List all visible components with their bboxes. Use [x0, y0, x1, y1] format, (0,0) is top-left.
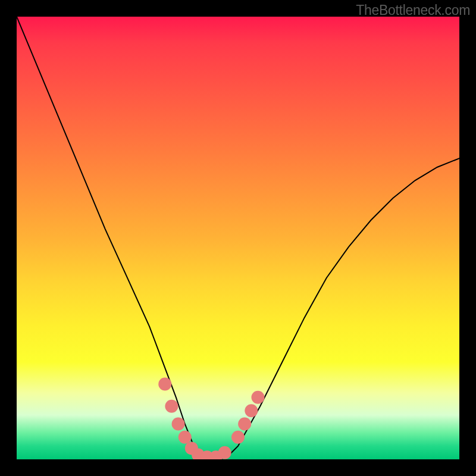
bottleneck-curve — [17, 17, 459, 459]
chart-plot-area — [17, 17, 459, 459]
highlight-dot — [165, 400, 178, 413]
highlight-dot — [231, 431, 245, 444]
curve-path — [17, 17, 459, 459]
highlight-dot — [238, 417, 251, 430]
highlight-dot — [172, 417, 185, 430]
highlight-dot — [245, 404, 258, 417]
watermark-text: TheBottleneck.com — [356, 2, 470, 18]
highlight-dot — [251, 391, 264, 404]
highlight-dot — [158, 378, 171, 391]
highlight-dot — [218, 446, 231, 459]
chart-frame: TheBottleneck.com — [0, 0, 476, 476]
highlight-dot — [178, 431, 192, 444]
